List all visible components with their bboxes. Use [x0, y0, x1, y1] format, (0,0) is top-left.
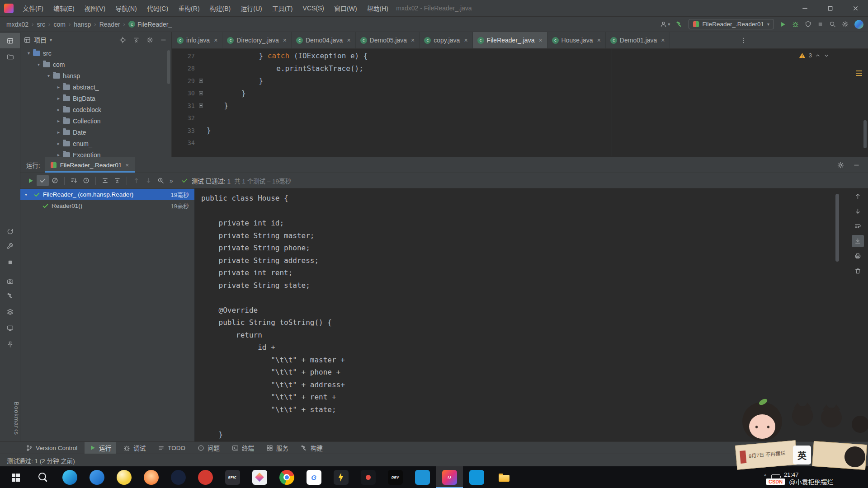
fold-marker[interactable] — [195, 91, 207, 95]
run-tab[interactable]: FileReader_.Reader01 × — [45, 157, 135, 173]
taskbar-steam-icon[interactable] — [165, 466, 192, 488]
chevron-down-icon[interactable]: ▾ — [45, 73, 52, 78]
stop-button[interactable] — [817, 21, 823, 27]
profile-avatar[interactable] — [854, 20, 863, 29]
collapse-all-icon[interactable] — [111, 175, 123, 186]
run-button[interactable] — [780, 21, 786, 28]
settings-icon[interactable] — [842, 21, 849, 28]
show-ignored-toggle[interactable] — [49, 175, 61, 186]
project-tree-item[interactable]: ▸BigData — [20, 93, 171, 104]
close-icon[interactable]: × — [597, 37, 601, 44]
inspection-widget[interactable]: 3 — [799, 52, 829, 59]
pin-icon[interactable] — [0, 337, 20, 352]
editor-scrollbar[interactable] — [863, 120, 867, 148]
next-failed-icon[interactable] — [142, 175, 155, 186]
sort-alphabetically-icon[interactable] — [68, 175, 80, 186]
taskbar-edge-icon[interactable] — [56, 466, 83, 488]
chevron-right-icon[interactable]: ▸ — [55, 118, 62, 123]
hammer-icon[interactable] — [0, 288, 20, 303]
taskbar-thunder-icon[interactable] — [83, 466, 110, 488]
taskbar-netease-icon[interactable] — [192, 466, 219, 488]
settings-icon[interactable] — [146, 37, 153, 43]
search-everywhere-icon[interactable] — [829, 21, 836, 28]
menu-item[interactable]: 运行(U) — [236, 0, 267, 16]
taskbar-start-icon[interactable] — [2, 466, 29, 488]
menu-item[interactable]: 视图(V) — [80, 0, 111, 16]
chevron-down-icon[interactable] — [824, 53, 829, 58]
editor-tab[interactable]: cDemo04.java× — [292, 32, 356, 48]
close-button[interactable] — [843, 0, 868, 16]
chevron-down-icon[interactable]: ▾ — [50, 38, 52, 42]
close-icon[interactable]: × — [214, 37, 217, 44]
menu-item[interactable]: 编辑(E) — [48, 0, 80, 16]
taskbar-google-icon[interactable]: G — [300, 466, 327, 488]
settings-icon[interactable] — [837, 162, 844, 169]
fold-marker[interactable] — [195, 79, 207, 83]
menu-item[interactable]: 帮助(H) — [362, 0, 393, 16]
project-tool-button[interactable] — [0, 33, 20, 48]
taskbar-chrome-icon[interactable] — [273, 466, 300, 488]
layers-icon[interactable] — [0, 304, 20, 319]
run-configuration-select[interactable]: FileReader_.Reader01▾ — [689, 19, 774, 29]
taskbar-browser-orange-icon[interactable] — [137, 466, 165, 488]
minimize-button[interactable] — [792, 0, 817, 16]
hide-panel-icon[interactable] — [160, 37, 167, 43]
annotations-icon[interactable] — [856, 70, 862, 76]
scroll-to-end-icon[interactable] — [852, 235, 864, 247]
taskbar-idea-icon[interactable]: IJ — [436, 466, 463, 488]
scroll-down-icon[interactable] — [852, 205, 864, 217]
bookmarks-tool-button[interactable]: Bookmarks — [0, 394, 20, 443]
fold-marker[interactable] — [195, 103, 207, 108]
folders-tool-button[interactable] — [0, 49, 20, 64]
breadcrumb-item[interactable]: Reader — [99, 21, 120, 28]
menu-item[interactable]: 导航(N) — [110, 0, 142, 16]
close-icon[interactable]: × — [283, 37, 287, 44]
chevron-right-icon[interactable]: ▸ — [55, 152, 62, 157]
project-tree-item[interactable]: ▸Exception — [20, 149, 171, 157]
test-tree-item[interactable]: ▾FileReader_ (com.hansp.Reader)19毫秒 — [20, 189, 194, 200]
chevron-right-icon[interactable]: ▸ — [55, 96, 62, 101]
editor-tab[interactable]: cHouse.java× — [547, 32, 606, 48]
chevron-up-icon[interactable] — [815, 53, 821, 58]
close-icon[interactable]: × — [464, 37, 467, 44]
more-chevrons-icon[interactable]: » — [167, 177, 175, 184]
test-history-icon[interactable] — [155, 175, 167, 186]
camera-icon[interactable] — [0, 273, 20, 289]
tool-tab[interactable]: 终端 — [227, 442, 259, 454]
hide-panel-icon[interactable] — [853, 162, 860, 169]
close-icon[interactable]: × — [411, 37, 415, 44]
taskbar-dev-icon[interactable]: DEV — [382, 466, 409, 488]
test-tree-item[interactable]: Reader01()19毫秒 — [20, 200, 194, 211]
project-tree-item[interactable]: ▾hansp — [20, 70, 171, 81]
stop-square-icon[interactable] — [0, 254, 20, 270]
taskbar-vscode-icon[interactable] — [409, 466, 436, 488]
breadcrumb-item[interactable]: hansp — [74, 21, 91, 28]
tool-tab[interactable]: 调试 — [118, 442, 151, 454]
expand-all-icon[interactable] — [99, 175, 111, 186]
coverage-button[interactable] — [805, 21, 811, 28]
tool-tab[interactable]: 运行 — [85, 442, 116, 454]
menu-item[interactable]: 重构(R) — [173, 0, 204, 16]
taskbar-hbuilder-icon[interactable] — [463, 466, 490, 488]
code-area[interactable]: 3 27 } catch (IOException e) {28 e.print… — [172, 49, 868, 156]
menu-item[interactable]: 文件(F) — [18, 0, 48, 16]
print-icon[interactable] — [852, 250, 864, 262]
breadcrumb-item[interactable]: cFileReader_ — [128, 21, 172, 28]
editor-tab[interactable]: cDirectory_.java× — [222, 32, 292, 48]
menu-item[interactable]: 窗口(W) — [329, 0, 362, 16]
tool-tab[interactable]: 构建 — [296, 442, 328, 454]
tool-tab[interactable]: Version Control — [21, 442, 82, 454]
console-output[interactable]: public class House { private int id; pri… — [195, 188, 868, 441]
close-icon[interactable]: × — [347, 37, 350, 44]
taskbar-ape-icon[interactable] — [354, 466, 382, 488]
project-tree-item[interactable]: ▸enum_ — [20, 138, 171, 149]
chevron-right-icon[interactable]: ▸ — [55, 84, 62, 89]
console-scrollbar[interactable] — [835, 194, 839, 262]
menu-item[interactable]: 代码(C) — [142, 0, 173, 16]
taskbar-epic-icon[interactable]: EPIC — [219, 466, 246, 488]
tool-tab[interactable]: TODO — [153, 442, 190, 454]
taskbar-explorer-icon[interactable] — [490, 466, 517, 488]
project-scrollbar[interactable] — [167, 50, 170, 84]
chevron-right-icon[interactable]: ▸ — [55, 130, 62, 135]
project-tree-item[interactable]: ▸abstract_ — [20, 81, 171, 93]
